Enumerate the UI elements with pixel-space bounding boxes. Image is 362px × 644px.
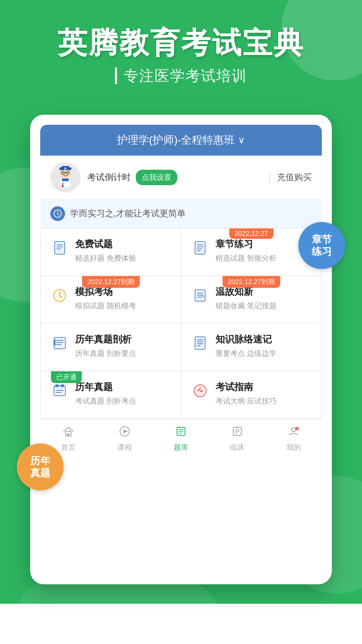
svg-rect-34 xyxy=(195,337,205,350)
nav-mine-label: 我的 xyxy=(286,442,301,452)
svg-rect-41 xyxy=(61,384,64,387)
exam-guide-content: 考试指南 考试大纲 应试技巧 xyxy=(216,381,311,406)
app-screen: 护理学(护师)-全程特惠班 ∨ 护 xyxy=(40,125,322,459)
motto-icon xyxy=(50,206,65,221)
mine-icon: ! xyxy=(288,425,300,440)
motto-row: 学而实习之,才能让考试更简单 xyxy=(40,200,322,228)
mock-badge: 2022.12.27到期 xyxy=(82,276,139,288)
svg-point-4 xyxy=(62,172,64,173)
svg-point-58 xyxy=(292,428,296,432)
mock-icon xyxy=(51,287,68,304)
nav-item-course[interactable]: 课程 xyxy=(105,425,145,452)
svg-rect-17 xyxy=(195,241,205,254)
bottom-nav: 首页 课程 xyxy=(40,419,322,459)
home-icon xyxy=(62,425,74,440)
svg-rect-10 xyxy=(62,178,69,181)
exam-guide-title: 考试指南 xyxy=(216,381,311,393)
user-row-divider xyxy=(269,171,270,184)
past-exam-badge: 已开通 xyxy=(51,371,82,383)
nav-practice-label: 题库 xyxy=(174,442,188,452)
free-exam-desc: 精选好题 免费体验 xyxy=(75,253,171,263)
course-icon xyxy=(119,425,131,440)
knowledge-title: 知识脉络速记 xyxy=(216,333,311,346)
svg-rect-13 xyxy=(55,241,65,254)
countdown-set-button[interactable]: 点我设置 xyxy=(136,170,177,185)
nav-home-label: 首页 xyxy=(61,442,76,452)
feature-grid: 免费试题 精选好题 免费体验 2022.12.27 章 xyxy=(40,228,322,419)
feature-card-free-exam[interactable]: 免费试题 精选好题 免费体验 xyxy=(41,228,181,275)
divider-line xyxy=(115,67,117,84)
svg-rect-27 xyxy=(54,337,65,349)
app-title: 英腾教育考试宝典 xyxy=(0,27,362,59)
svg-point-32 xyxy=(54,341,56,343)
knowledge-desc: 重要考点 边练边学 xyxy=(216,348,311,359)
svg-point-33 xyxy=(54,343,56,345)
chapter-badge-line2: 练习 xyxy=(312,246,332,258)
nav-item-practice[interactable]: 题库 xyxy=(161,425,201,452)
svg-point-5 xyxy=(67,172,68,173)
svg-rect-40 xyxy=(55,384,59,387)
knowledge-content: 知识脉络速记 重要考点 边练边学 xyxy=(216,333,311,359)
free-exam-icon xyxy=(51,239,68,257)
review-desc: 错题收藏 笔记搜题 xyxy=(216,301,311,311)
chapter-badge: 2022.12.27 xyxy=(229,228,273,239)
mock-desc: 模拟试题 随机模考 xyxy=(75,301,171,311)
exam-countdown-section: 考试倒计时 点我设置 xyxy=(87,170,263,185)
feature-card-review[interactable]: 2022.12.27到期 温故知新 错题收藏 笔记搜题 xyxy=(181,276,321,323)
history-badge-line2: 真题 xyxy=(30,467,50,479)
svg-point-45 xyxy=(199,387,201,389)
user-avatar: 护 xyxy=(50,162,80,193)
past-exam-desc: 考试真题 剖析考点 xyxy=(75,396,171,406)
feature-card-knowledge[interactable]: 知识脉络速记 重要考点 边练边学 xyxy=(181,324,321,371)
free-exam-title: 免费试题 xyxy=(75,238,171,251)
device-frame: 章节 练习 历年 真题 护理学(护师)-全程特惠班 ∨ 护 xyxy=(30,115,332,584)
chapter-title: 章节练习 xyxy=(216,238,311,251)
app-course-header[interactable]: 护理学(护师)-全程特惠班 ∨ xyxy=(40,125,322,156)
feature-card-past-analysis[interactable]: 历年真题剖析 历年真题 剖析要点 xyxy=(41,324,181,371)
chapter-badge-line1: 章节 xyxy=(312,233,332,246)
history-badge-line1: 历年 xyxy=(30,455,50,467)
exam-guide-desc: 考试大纲 应试技巧 xyxy=(216,396,311,406)
past-analysis-title: 历年真题剖析 xyxy=(75,333,171,346)
knowledge-icon xyxy=(191,334,209,352)
header-divider: 专注医学考试培训 xyxy=(0,66,362,86)
app-subtitle: 专注医学考试培训 xyxy=(124,66,247,86)
motto-text: 学而实习之,才能让考试更简单 xyxy=(70,208,186,219)
feature-card-exam-guide[interactable]: 考试指南 考试大纲 应试技巧 xyxy=(181,371,321,418)
svg-point-11 xyxy=(62,185,64,187)
past-analysis-content: 历年真题剖析 历年真题 剖析要点 xyxy=(75,333,171,359)
nav-item-clinic[interactable]: 临床 xyxy=(217,425,257,452)
nav-clinic-label: 临床 xyxy=(230,442,245,452)
practice-icon xyxy=(175,425,187,440)
bg-bottom-white xyxy=(0,604,362,644)
history-exam-badge[interactable]: 历年 真题 xyxy=(17,443,64,490)
review-content: 温故知新 错题收藏 笔记搜题 xyxy=(216,285,311,311)
course-selector-arrow: ∨ xyxy=(238,135,245,146)
chapter-content: 章节练习 精选试题 智能分析 xyxy=(216,238,311,263)
nav-item-mine[interactable]: ! 我的 xyxy=(274,425,314,452)
feature-card-past-exam[interactable]: 已开通 历年真题 考试真题 剖析考点 xyxy=(41,371,181,418)
past-analysis-desc: 历年真题 剖析要点 xyxy=(75,348,171,359)
review-icon xyxy=(191,287,209,304)
review-badge: 2022.12.27到期 xyxy=(222,276,280,288)
feature-card-mock[interactable]: 2022.12.27到期 模拟考场 模拟试题 随机模考 xyxy=(41,276,181,323)
course-selector-label: 护理学(护师)-全程特惠班 xyxy=(117,133,235,148)
svg-rect-47 xyxy=(67,433,69,436)
chapter-icon xyxy=(191,239,209,257)
past-exam-title: 历年真题 xyxy=(75,381,171,393)
countdown-label: 考试倒计时 xyxy=(87,171,131,183)
past-exam-content: 历年真题 考试真题 剖析考点 xyxy=(75,381,171,406)
svg-text:!: ! xyxy=(297,428,297,430)
svg-text:护: 护 xyxy=(64,167,67,170)
chapter-practice-badge[interactable]: 章节 练习 xyxy=(298,222,345,269)
nav-course-label: 课程 xyxy=(117,442,132,452)
user-info-row: 护 考试倒计时 xyxy=(40,156,322,200)
svg-marker-49 xyxy=(123,429,128,433)
recharge-button[interactable]: 充值购买 xyxy=(277,171,312,183)
chapter-desc: 精选试题 智能分析 xyxy=(216,253,311,263)
exam-guide-icon xyxy=(191,382,209,399)
past-analysis-icon xyxy=(51,334,68,352)
past-exam-icon xyxy=(51,382,68,399)
free-exam-content: 免费试题 精选好题 免费体验 xyxy=(75,238,171,263)
clinic-icon xyxy=(231,425,243,440)
